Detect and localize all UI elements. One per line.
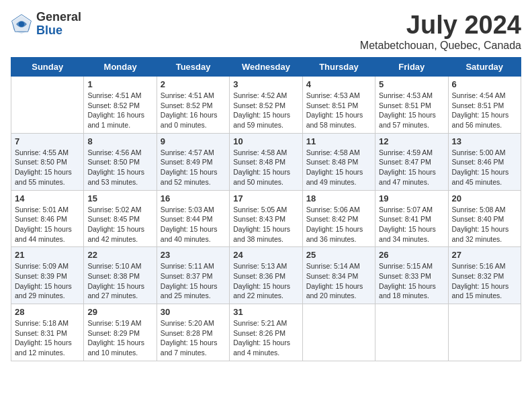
day-number: 4	[306, 79, 371, 89]
day-info: Sunrise: 5:02 AMSunset: 8:45 PMDaylight:…	[87, 205, 152, 244]
day-info: Sunrise: 5:08 AMSunset: 8:40 PMDaylight:…	[452, 205, 517, 244]
column-header-wednesday: Wednesday	[230, 58, 302, 77]
calendar-cell: 24Sunrise: 5:13 AMSunset: 8:36 PMDayligh…	[230, 247, 302, 304]
column-header-saturday: Saturday	[448, 58, 521, 77]
page-header: General Blue July 2024 Metabetchouan, Qu…	[11, 11, 521, 52]
day-info: Sunrise: 5:21 AMSunset: 8:26 PMDaylight:…	[233, 318, 298, 358]
day-info: Sunrise: 5:11 AMSunset: 8:37 PMDaylight:…	[161, 261, 226, 301]
calendar-cell: 20Sunrise: 5:08 AMSunset: 8:40 PMDayligh…	[448, 190, 521, 247]
calendar-cell: 29Sunrise: 5:19 AMSunset: 8:29 PMDayligh…	[84, 304, 157, 361]
calendar-week-2: 7Sunrise: 4:55 AMSunset: 8:50 PMDaylight…	[11, 133, 521, 190]
column-header-monday: Monday	[84, 58, 157, 77]
day-number: 28	[15, 307, 80, 317]
day-number: 15	[87, 193, 152, 203]
calendar-cell: 10Sunrise: 4:58 AMSunset: 8:48 PMDayligh…	[230, 133, 302, 190]
day-info: Sunrise: 4:53 AMSunset: 8:51 PMDaylight:…	[379, 91, 444, 130]
calendar-cell: 12Sunrise: 4:59 AMSunset: 8:47 PMDayligh…	[375, 133, 448, 190]
header-row: SundayMondayTuesdayWednesdayThursdayFrid…	[11, 58, 521, 77]
calendar-cell: 5Sunrise: 4:53 AMSunset: 8:51 PMDaylight…	[375, 77, 448, 134]
day-number: 5	[379, 79, 444, 89]
day-info: Sunrise: 5:10 AMSunset: 8:38 PMDaylight:…	[87, 261, 152, 301]
day-number: 18	[306, 193, 371, 203]
calendar-cell: 15Sunrise: 5:02 AMSunset: 8:45 PMDayligh…	[84, 190, 157, 247]
calendar-cell: 3Sunrise: 4:52 AMSunset: 8:52 PMDaylight…	[230, 77, 302, 134]
day-number: 19	[379, 193, 444, 203]
day-info: Sunrise: 5:13 AMSunset: 8:36 PMDaylight:…	[233, 261, 298, 301]
calendar-cell	[302, 304, 375, 361]
day-info: Sunrise: 4:54 AMSunset: 8:51 PMDaylight:…	[452, 91, 517, 130]
calendar-week-3: 14Sunrise: 5:01 AMSunset: 8:46 PMDayligh…	[11, 190, 521, 247]
day-number: 23	[161, 250, 226, 260]
calendar-cell: 22Sunrise: 5:10 AMSunset: 8:38 PMDayligh…	[84, 247, 157, 304]
calendar-table: SundayMondayTuesdayWednesdayThursdayFrid…	[11, 57, 521, 361]
day-number: 21	[15, 250, 80, 260]
calendar-cell: 7Sunrise: 4:55 AMSunset: 8:50 PMDaylight…	[11, 133, 84, 190]
calendar-week-4: 21Sunrise: 5:09 AMSunset: 8:39 PMDayligh…	[11, 247, 521, 304]
day-info: Sunrise: 4:58 AMSunset: 8:48 PMDaylight:…	[306, 148, 371, 187]
day-number: 13	[452, 136, 517, 146]
day-info: Sunrise: 4:56 AMSunset: 8:50 PMDaylight:…	[87, 148, 152, 187]
calendar-week-1: 1Sunrise: 4:51 AMSunset: 8:52 PMDaylight…	[11, 77, 521, 134]
calendar-cell: 26Sunrise: 5:15 AMSunset: 8:33 PMDayligh…	[375, 247, 448, 304]
logo-general-text: General	[36, 11, 81, 24]
day-info: Sunrise: 5:20 AMSunset: 8:28 PMDaylight:…	[161, 318, 226, 358]
calendar-cell: 21Sunrise: 5:09 AMSunset: 8:39 PMDayligh…	[11, 247, 84, 304]
day-info: Sunrise: 5:01 AMSunset: 8:46 PMDaylight:…	[15, 205, 80, 244]
day-number: 3	[233, 79, 298, 89]
day-number: 31	[233, 307, 298, 317]
calendar-cell: 11Sunrise: 4:58 AMSunset: 8:48 PMDayligh…	[302, 133, 375, 190]
day-info: Sunrise: 5:18 AMSunset: 8:31 PMDaylight:…	[15, 318, 80, 358]
day-info: Sunrise: 4:53 AMSunset: 8:51 PMDaylight:…	[306, 91, 371, 130]
logo-icon	[11, 13, 32, 35]
day-info: Sunrise: 5:09 AMSunset: 8:39 PMDaylight:…	[15, 261, 80, 301]
calendar-cell: 2Sunrise: 4:51 AMSunset: 8:52 PMDaylight…	[157, 77, 229, 134]
day-info: Sunrise: 5:03 AMSunset: 8:44 PMDaylight:…	[161, 205, 226, 244]
calendar-cell: 8Sunrise: 4:56 AMSunset: 8:50 PMDaylight…	[84, 133, 157, 190]
column-header-thursday: Thursday	[302, 58, 375, 77]
day-info: Sunrise: 4:58 AMSunset: 8:48 PMDaylight:…	[233, 148, 298, 187]
day-number: 9	[161, 136, 226, 146]
day-info: Sunrise: 5:07 AMSunset: 8:41 PMDaylight:…	[379, 205, 444, 244]
day-info: Sunrise: 5:16 AMSunset: 8:32 PMDaylight:…	[452, 261, 517, 301]
logo-blue-text: Blue	[36, 24, 81, 38]
calendar-week-5: 28Sunrise: 5:18 AMSunset: 8:31 PMDayligh…	[11, 304, 521, 361]
calendar-cell: 16Sunrise: 5:03 AMSunset: 8:44 PMDayligh…	[157, 190, 229, 247]
calendar-cell: 1Sunrise: 4:51 AMSunset: 8:52 PMDaylight…	[84, 77, 157, 134]
day-info: Sunrise: 5:00 AMSunset: 8:46 PMDaylight:…	[452, 148, 517, 187]
main-title: July 2024	[360, 11, 521, 40]
day-number: 22	[87, 250, 152, 260]
day-number: 27	[452, 250, 517, 260]
title-block: July 2024 Metabetchouan, Quebec, Canada	[360, 11, 521, 52]
subtitle: Metabetchouan, Quebec, Canada	[360, 40, 521, 52]
calendar-cell: 13Sunrise: 5:00 AMSunset: 8:46 PMDayligh…	[448, 133, 521, 190]
column-header-sunday: Sunday	[11, 58, 84, 77]
calendar-cell	[448, 304, 521, 361]
calendar-body: 1Sunrise: 4:51 AMSunset: 8:52 PMDaylight…	[11, 77, 521, 361]
day-info: Sunrise: 5:05 AMSunset: 8:43 PMDaylight:…	[233, 205, 298, 244]
day-number: 17	[233, 193, 298, 203]
day-number: 2	[161, 79, 226, 89]
logo-text: General Blue	[36, 11, 81, 38]
calendar-cell: 9Sunrise: 4:57 AMSunset: 8:49 PMDaylight…	[157, 133, 229, 190]
day-info: Sunrise: 4:51 AMSunset: 8:52 PMDaylight:…	[87, 91, 152, 130]
calendar-cell: 31Sunrise: 5:21 AMSunset: 8:26 PMDayligh…	[230, 304, 302, 361]
column-header-friday: Friday	[375, 58, 448, 77]
day-number: 7	[15, 136, 80, 146]
day-info: Sunrise: 4:59 AMSunset: 8:47 PMDaylight:…	[379, 148, 444, 187]
day-number: 14	[15, 193, 80, 203]
logo: General Blue	[11, 11, 81, 38]
day-number: 26	[379, 250, 444, 260]
day-info: Sunrise: 4:52 AMSunset: 8:52 PMDaylight:…	[233, 91, 298, 130]
day-number: 29	[87, 307, 152, 317]
day-info: Sunrise: 4:57 AMSunset: 8:49 PMDaylight:…	[161, 148, 226, 187]
calendar-cell: 27Sunrise: 5:16 AMSunset: 8:32 PMDayligh…	[448, 247, 521, 304]
calendar-cell: 4Sunrise: 4:53 AMSunset: 8:51 PMDaylight…	[302, 77, 375, 134]
calendar-header: SundayMondayTuesdayWednesdayThursdayFrid…	[11, 58, 521, 77]
column-header-tuesday: Tuesday	[157, 58, 229, 77]
calendar-cell: 14Sunrise: 5:01 AMSunset: 8:46 PMDayligh…	[11, 190, 84, 247]
calendar-cell: 25Sunrise: 5:14 AMSunset: 8:34 PMDayligh…	[302, 247, 375, 304]
calendar-cell	[375, 304, 448, 361]
calendar-cell: 18Sunrise: 5:06 AMSunset: 8:42 PMDayligh…	[302, 190, 375, 247]
calendar-cell: 19Sunrise: 5:07 AMSunset: 8:41 PMDayligh…	[375, 190, 448, 247]
calendar-cell: 23Sunrise: 5:11 AMSunset: 8:37 PMDayligh…	[157, 247, 229, 304]
